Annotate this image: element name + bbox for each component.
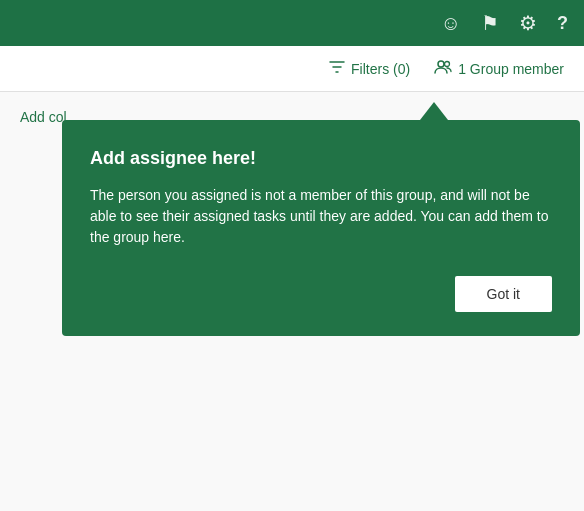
- svg-point-1: [445, 61, 450, 66]
- tooltip-footer: Got it: [90, 276, 552, 312]
- group-member-label: 1 Group member: [458, 61, 564, 77]
- group-icon: [434, 59, 452, 79]
- add-column-text[interactable]: Add col: [20, 109, 67, 125]
- flag-icon[interactable]: ⚑: [481, 11, 499, 35]
- group-member-button[interactable]: 1 Group member: [434, 59, 564, 79]
- tooltip-popup: Add assignee here! The person you assign…: [62, 120, 580, 336]
- got-it-button[interactable]: Got it: [455, 276, 552, 312]
- filter-icon: [329, 59, 345, 79]
- help-icon[interactable]: ?: [557, 13, 568, 34]
- gear-icon[interactable]: ⚙: [519, 11, 537, 35]
- filters-label: Filters (0): [351, 61, 410, 77]
- content-area: Add col Add assignee here! The person yo…: [0, 92, 584, 511]
- sub-header: Filters (0) 1 Group member: [0, 46, 584, 92]
- tooltip-body: The person you assigned is not a member …: [90, 185, 552, 248]
- emoji-icon[interactable]: ☺: [441, 12, 461, 35]
- tooltip-arrow: [420, 102, 448, 120]
- svg-point-0: [438, 61, 444, 67]
- tooltip-title: Add assignee here!: [90, 148, 552, 169]
- top-nav-bar: ☺ ⚑ ⚙ ?: [0, 0, 584, 46]
- filters-button[interactable]: Filters (0): [329, 59, 410, 79]
